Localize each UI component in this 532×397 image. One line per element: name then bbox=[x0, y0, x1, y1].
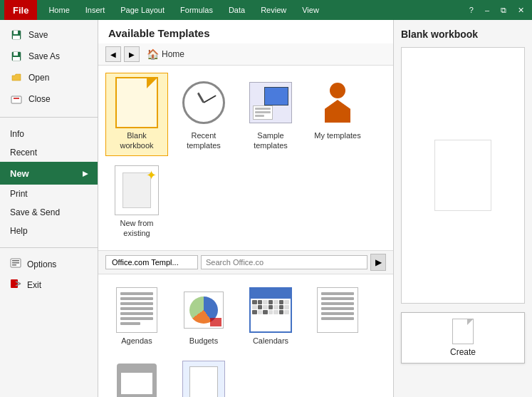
recent-templates-item[interactable]: Recent templates bbox=[172, 73, 235, 156]
svg-rect-4 bbox=[14, 52, 18, 56]
print-button[interactable]: Print bbox=[0, 185, 98, 203]
open-icon bbox=[10, 71, 23, 84]
blank-workbook-label: Blank workbook bbox=[110, 130, 163, 151]
minimize-btn[interactable]: – bbox=[481, 4, 493, 16]
blank-workbook-item[interactable]: Blank workbook bbox=[105, 73, 168, 156]
svg-rect-1 bbox=[14, 31, 18, 34]
help-label: Help bbox=[10, 226, 28, 236]
recent-templates-icon bbox=[179, 78, 229, 128]
cal-header bbox=[251, 289, 291, 299]
tab-review[interactable]: Review bbox=[254, 4, 293, 16]
tab-formulas[interactable]: Formulas bbox=[173, 4, 220, 16]
options-button[interactable]: Options bbox=[0, 254, 98, 274]
file-tab[interactable]: File bbox=[4, 0, 37, 20]
calendars-item[interactable]: Calendars bbox=[239, 282, 302, 351]
agendas-doc bbox=[116, 287, 157, 333]
tab-pagelayout[interactable]: Page Layout bbox=[113, 4, 172, 16]
line-b6 bbox=[321, 317, 354, 320]
options-label: Options bbox=[27, 259, 56, 269]
info-button[interactable]: Info bbox=[0, 125, 98, 143]
cal-cell bbox=[279, 300, 284, 304]
savesend-button[interactable]: Save & Send bbox=[0, 203, 98, 222]
lines-doc-2 bbox=[317, 287, 358, 333]
agendas-item[interactable]: Agendas bbox=[105, 282, 168, 351]
open-button[interactable]: Open bbox=[0, 67, 98, 88]
cal-cell bbox=[268, 300, 273, 304]
new-label: New bbox=[10, 168, 29, 179]
nav-forward[interactable]: ▶ bbox=[124, 46, 140, 62]
svg-rect-10 bbox=[12, 262, 19, 264]
save-icon bbox=[10, 29, 23, 41]
tab-data[interactable]: Data bbox=[221, 4, 252, 16]
budgets-item[interactable]: Budgets bbox=[172, 282, 235, 351]
line-b2 bbox=[321, 297, 354, 300]
tab-insert[interactable]: Insert bbox=[78, 4, 113, 16]
new-from-existing-item[interactable]: ✦ New from existing bbox=[105, 160, 168, 244]
cal-cell bbox=[284, 310, 289, 314]
sidebar-top-section: Save Save As Open bbox=[0, 20, 98, 114]
cal-cell bbox=[284, 305, 289, 309]
bottom-cat-1[interactable] bbox=[306, 282, 369, 351]
close-btn[interactable]: ✕ bbox=[514, 4, 528, 16]
star-icon: ✦ bbox=[146, 167, 157, 183]
category-grid: Agendas Budgets bbox=[98, 274, 393, 397]
sample-templates-label: Sample templates bbox=[244, 130, 297, 151]
create-button[interactable]: Create bbox=[401, 312, 525, 364]
clock-hand-minute bbox=[204, 95, 217, 103]
bottom-cat-3[interactable] bbox=[172, 355, 235, 397]
saveas-button[interactable]: Save As bbox=[0, 46, 98, 67]
search-go-button[interactable]: ▶ bbox=[370, 254, 386, 271]
tab-view[interactable]: View bbox=[295, 4, 326, 16]
svg-rect-11 bbox=[12, 264, 16, 266]
cal-cell bbox=[252, 305, 257, 309]
nav-back[interactable]: ◀ bbox=[105, 46, 121, 62]
recent-label: Recent bbox=[10, 148, 37, 158]
sidebar-nav-section: Info Recent New ▸ Print Save & Send Help bbox=[0, 120, 98, 244]
search-input[interactable] bbox=[201, 255, 367, 269]
nav-home[interactable]: 🏠 Home bbox=[142, 47, 189, 61]
cal-cell bbox=[252, 300, 257, 304]
fax-icon-wrapper bbox=[115, 360, 158, 397]
cal-grid bbox=[251, 299, 291, 316]
cal-cell bbox=[263, 300, 268, 304]
divider-2 bbox=[0, 247, 98, 248]
exit-icon bbox=[10, 278, 21, 292]
templates-grid-wrapper: Blank workbook Recent templates bbox=[98, 66, 393, 397]
close-button[interactable]: Close bbox=[0, 88, 98, 110]
help-button[interactable]: Help bbox=[0, 222, 98, 240]
tab-home[interactable]: Home bbox=[41, 4, 76, 16]
divider-1 bbox=[0, 117, 98, 118]
my-templates-label: My templates bbox=[314, 130, 360, 140]
fax-shape bbox=[117, 364, 157, 397]
my-templates-icon bbox=[313, 78, 363, 128]
restore-btn[interactable]: ⧉ bbox=[497, 4, 510, 16]
options-icon bbox=[10, 257, 21, 271]
svg-rect-12 bbox=[11, 279, 18, 288]
sample-templates-item[interactable]: Sample templates bbox=[239, 73, 302, 156]
window-controls: ? – ⧉ ✕ bbox=[466, 4, 528, 16]
cal-cell bbox=[268, 305, 273, 309]
line-4 bbox=[120, 307, 153, 310]
sidebar-options-section: Options Exit bbox=[0, 251, 98, 298]
cal-cell bbox=[258, 300, 263, 304]
new-from-existing-label: New from existing bbox=[110, 218, 163, 239]
save-button[interactable]: Save bbox=[0, 24, 98, 46]
recent-button[interactable]: Recent bbox=[0, 143, 98, 162]
cal-cell bbox=[279, 310, 284, 314]
budgets-icon bbox=[179, 287, 229, 333]
line-7 bbox=[120, 322, 140, 325]
bottom-cat-2[interactable] bbox=[105, 355, 168, 397]
my-templates-item[interactable]: My templates bbox=[306, 73, 369, 156]
available-templates-title: Available Templates bbox=[98, 20, 393, 43]
savesend-label: Save & Send bbox=[10, 207, 60, 217]
help-btn[interactable]: ? bbox=[466, 4, 477, 16]
blank-wb-shape bbox=[115, 77, 158, 128]
new-button[interactable]: New ▸ bbox=[0, 162, 98, 185]
exit-button[interactable]: Exit bbox=[0, 274, 98, 295]
cal-cell bbox=[252, 310, 257, 314]
saveas-icon bbox=[10, 50, 23, 63]
line-1 bbox=[120, 292, 153, 295]
cal-cell bbox=[279, 305, 284, 309]
preview-box bbox=[401, 47, 525, 304]
center-panel: Available Templates ◀ ▶ 🏠 Home Blank wo bbox=[98, 20, 393, 397]
